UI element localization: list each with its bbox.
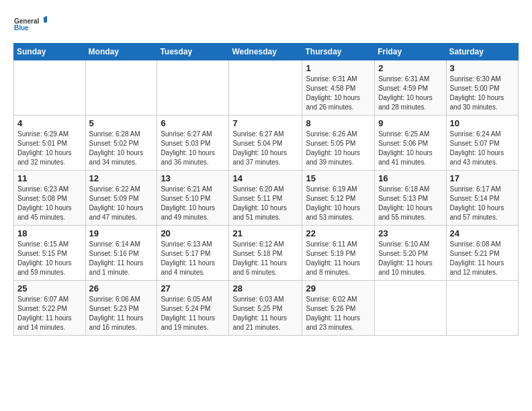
day-info: Sunrise: 6:13 AM Sunset: 5:17 PM Dayligh… [161,240,225,277]
day-info: Sunrise: 6:15 AM Sunset: 5:15 PM Dayligh… [17,240,82,277]
day-number: 1 [306,63,371,73]
day-number: 12 [89,173,154,183]
day-info: Sunrise: 6:25 AM Sunset: 5:06 PM Dayligh… [378,130,442,167]
calendar-cell: 4Sunrise: 6:29 AM Sunset: 5:01 PM Daylig… [14,116,86,171]
calendar-cell: 24Sunrise: 6:08 AM Sunset: 5:21 PM Dayli… [446,226,518,281]
day-info: Sunrise: 6:05 AM Sunset: 5:24 PM Dayligh… [161,295,225,332]
weekday-header: Sunday [14,44,86,60]
calendar-cell [446,281,518,336]
calendar-cell: 18Sunrise: 6:15 AM Sunset: 5:15 PM Dayli… [14,226,86,281]
day-number: 15 [306,173,371,183]
day-info: Sunrise: 6:28 AM Sunset: 5:02 PM Dayligh… [89,130,154,167]
calendar-cell: 25Sunrise: 6:07 AM Sunset: 5:22 PM Dayli… [14,281,86,336]
calendar-cell: 3Sunrise: 6:30 AM Sunset: 5:00 PM Daylig… [446,60,518,116]
weekday-header: Thursday [302,44,375,60]
day-number: 11 [17,173,82,183]
weekday-header: Tuesday [157,44,229,60]
calendar-cell: 10Sunrise: 6:24 AM Sunset: 5:07 PM Dayli… [446,116,518,171]
calendar-cell: 14Sunrise: 6:20 AM Sunset: 5:11 PM Dayli… [229,171,302,226]
calendar-cell: 20Sunrise: 6:13 AM Sunset: 5:17 PM Dayli… [157,226,229,281]
day-number: 7 [232,118,298,128]
day-number: 2 [378,63,442,73]
day-number: 21 [232,228,298,238]
day-info: Sunrise: 6:18 AM Sunset: 5:13 PM Dayligh… [378,185,442,222]
calendar-cell: 9Sunrise: 6:25 AM Sunset: 5:06 PM Daylig… [375,116,446,171]
day-info: Sunrise: 6:31 AM Sunset: 4:58 PM Dayligh… [306,75,371,112]
day-number: 23 [378,228,442,238]
calendar-week-row: 18Sunrise: 6:15 AM Sunset: 5:15 PM Dayli… [14,226,519,281]
day-number: 28 [232,283,298,293]
day-number: 22 [306,228,371,238]
day-number: 17 [450,173,515,183]
weekday-header: Friday [375,44,446,60]
calendar-cell: 21Sunrise: 6:12 AM Sunset: 5:18 PM Dayli… [229,226,302,281]
calendar-cell: 5Sunrise: 6:28 AM Sunset: 5:02 PM Daylig… [85,116,157,171]
day-info: Sunrise: 6:21 AM Sunset: 5:10 PM Dayligh… [161,185,225,222]
day-info: Sunrise: 6:29 AM Sunset: 5:01 PM Dayligh… [17,130,82,167]
day-number: 14 [232,173,298,183]
calendar-cell: 6Sunrise: 6:27 AM Sunset: 5:03 PM Daylig… [157,116,229,171]
day-info: Sunrise: 6:03 AM Sunset: 5:25 PM Dayligh… [232,295,298,332]
day-number: 24 [450,228,515,238]
calendar-cell: 17Sunrise: 6:17 AM Sunset: 5:14 PM Dayli… [446,171,518,226]
day-number: 6 [161,118,225,128]
day-info: Sunrise: 6:27 AM Sunset: 5:04 PM Dayligh… [232,130,298,167]
day-number: 16 [378,173,442,183]
calendar-week-row: 25Sunrise: 6:07 AM Sunset: 5:22 PM Dayli… [14,281,519,336]
logo-svg: General Blue [13,11,47,38]
day-number: 25 [17,283,82,293]
day-info: Sunrise: 6:19 AM Sunset: 5:12 PM Dayligh… [306,185,371,222]
day-info: Sunrise: 6:12 AM Sunset: 5:18 PM Dayligh… [232,240,298,277]
day-info: Sunrise: 6:07 AM Sunset: 5:22 PM Dayligh… [17,295,82,332]
weekday-header: Saturday [446,44,518,60]
day-number: 29 [306,283,371,293]
day-info: Sunrise: 6:20 AM Sunset: 5:11 PM Dayligh… [232,185,298,222]
calendar-cell: 28Sunrise: 6:03 AM Sunset: 5:25 PM Dayli… [229,281,302,336]
calendar-cell: 19Sunrise: 6:14 AM Sunset: 5:16 PM Dayli… [85,226,157,281]
day-info: Sunrise: 6:30 AM Sunset: 5:00 PM Dayligh… [450,75,515,112]
calendar-cell: 26Sunrise: 6:06 AM Sunset: 5:23 PM Dayli… [85,281,157,336]
calendar-cell: 22Sunrise: 6:11 AM Sunset: 5:19 PM Dayli… [302,226,375,281]
calendar-cell [85,60,157,116]
calendar-cell: 29Sunrise: 6:02 AM Sunset: 5:26 PM Dayli… [302,281,375,336]
logo: General Blue [13,11,47,38]
calendar-cell: 13Sunrise: 6:21 AM Sunset: 5:10 PM Dayli… [157,171,229,226]
day-number: 13 [161,173,225,183]
calendar-cell: 12Sunrise: 6:22 AM Sunset: 5:09 PM Dayli… [85,171,157,226]
calendar-cell: 11Sunrise: 6:23 AM Sunset: 5:08 PM Dayli… [14,171,86,226]
calendar-cell: 2Sunrise: 6:31 AM Sunset: 4:59 PM Daylig… [375,60,446,116]
day-info: Sunrise: 6:27 AM Sunset: 5:03 PM Dayligh… [161,130,225,167]
day-info: Sunrise: 6:11 AM Sunset: 5:19 PM Dayligh… [306,240,371,277]
day-info: Sunrise: 6:31 AM Sunset: 4:59 PM Dayligh… [378,75,442,112]
day-info: Sunrise: 6:06 AM Sunset: 5:23 PM Dayligh… [89,295,154,332]
day-number: 26 [89,283,154,293]
weekday-header-row: SundayMondayTuesdayWednesdayThursdayFrid… [14,44,519,60]
calendar-cell: 16Sunrise: 6:18 AM Sunset: 5:13 PM Dayli… [375,171,446,226]
calendar-week-row: 4Sunrise: 6:29 AM Sunset: 5:01 PM Daylig… [14,116,519,171]
day-number: 9 [378,118,442,128]
day-info: Sunrise: 6:26 AM Sunset: 5:05 PM Dayligh… [306,130,371,167]
day-number: 3 [450,63,515,73]
day-number: 20 [161,228,225,238]
calendar-cell: 27Sunrise: 6:05 AM Sunset: 5:24 PM Dayli… [157,281,229,336]
day-info: Sunrise: 6:24 AM Sunset: 5:07 PM Dayligh… [450,130,515,167]
calendar-cell [229,60,302,116]
calendar-cell: 15Sunrise: 6:19 AM Sunset: 5:12 PM Dayli… [302,171,375,226]
day-number: 5 [89,118,154,128]
calendar-cell [14,60,86,116]
page-header: General Blue [13,11,519,38]
calendar-cell: 23Sunrise: 6:10 AM Sunset: 5:20 PM Dayli… [375,226,446,281]
calendar-cell [157,60,229,116]
day-info: Sunrise: 6:08 AM Sunset: 5:21 PM Dayligh… [450,240,515,277]
day-number: 4 [17,118,82,128]
day-number: 27 [161,283,225,293]
calendar-week-row: 11Sunrise: 6:23 AM Sunset: 5:08 PM Dayli… [14,171,519,226]
svg-marker-2 [44,16,47,23]
weekday-header: Wednesday [229,44,302,60]
day-number: 19 [89,228,154,238]
day-number: 18 [17,228,82,238]
calendar-cell: 1Sunrise: 6:31 AM Sunset: 4:58 PM Daylig… [302,60,375,116]
day-info: Sunrise: 6:17 AM Sunset: 5:14 PM Dayligh… [450,185,515,222]
svg-text:Blue: Blue [14,24,29,32]
calendar-cell [375,281,446,336]
